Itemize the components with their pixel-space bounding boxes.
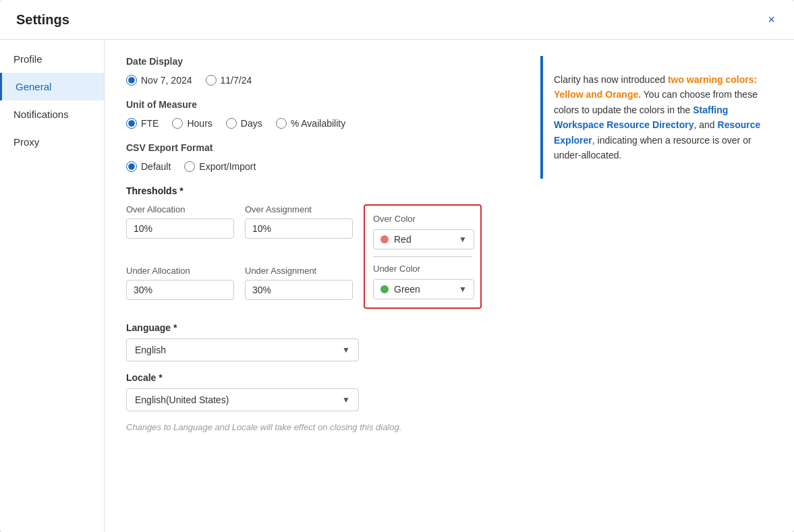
over-color-select-inner: Red <box>380 234 412 245</box>
under-thresholds-row: Under Allocation Under Assignment <box>126 266 353 300</box>
under-assignment-input[interactable] <box>245 280 353 300</box>
over-thresholds-row: Over Allocation Over Assignment <box>126 204 353 239</box>
under-allocation-label: Under Allocation <box>126 266 234 276</box>
date-display-label: Date Display <box>126 56 508 67</box>
under-color-chevron-icon: ▼ <box>459 285 467 294</box>
close-button[interactable]: × <box>765 11 778 28</box>
main-content: Date Display Nov 7, 2024 11/7/24 Unit of… <box>105 40 530 532</box>
uom-radio-hours[interactable] <box>172 118 183 129</box>
date-display-radio-1[interactable] <box>126 75 137 86</box>
sidebar-item-general[interactable]: General <box>0 73 104 100</box>
date-display-group: Nov 7, 2024 11/7/24 <box>126 75 508 86</box>
csv-radio-export-import[interactable] <box>184 161 195 172</box>
uom-fte[interactable]: FTE <box>126 118 159 129</box>
settings-dialog: Settings × Profile General Notifications… <box>0 0 794 532</box>
color-box: Over Color Red ▼ Under Color <box>364 204 482 309</box>
date-display-option-2[interactable]: 11/7/24 <box>206 75 252 86</box>
tooltip-link1-middle: , and <box>694 119 718 130</box>
over-assignment-input[interactable] <box>245 218 353 239</box>
language-dropdown[interactable]: English ▼ <box>126 338 359 361</box>
under-allocation-col: Under Allocation <box>126 266 234 300</box>
over-assignment-col: Over Assignment <box>245 204 353 239</box>
over-allocation-input[interactable] <box>126 218 234 239</box>
language-section: Language * English ▼ <box>126 322 508 361</box>
uom-availability[interactable]: % Availability <box>276 118 345 129</box>
locale-label: Locale * <box>126 372 508 383</box>
uom-radio-fte[interactable] <box>126 118 137 129</box>
tooltip-intro: Clarity has now introduced <box>554 74 668 85</box>
under-allocation-input[interactable] <box>126 280 234 300</box>
over-color-dropdown[interactable]: Red ▼ <box>373 229 474 249</box>
uom-radio-availability[interactable] <box>276 118 287 129</box>
dialog-body: Profile General Notifications Proxy Date… <box>0 40 794 532</box>
under-color-label: Under Color <box>373 264 472 274</box>
sidebar-item-notifications[interactable]: Notifications <box>0 100 104 128</box>
under-color-dropdown[interactable]: Green ▼ <box>373 279 474 299</box>
date-display-radio-2[interactable] <box>206 75 217 86</box>
under-assignment-label: Under Assignment <box>245 266 353 276</box>
locale-dropdown[interactable]: English(United States) ▼ <box>126 388 359 411</box>
csv-export-group: Default Export/Import <box>126 161 508 172</box>
sidebar-item-proxy[interactable]: Proxy <box>0 128 104 156</box>
under-color-select-inner: Green <box>380 284 420 295</box>
csv-export-label: CSV Export Format <box>126 142 508 153</box>
thresholds-label: Thresholds * <box>126 185 508 196</box>
language-chevron-icon: ▼ <box>342 345 350 355</box>
uom-days[interactable]: Days <box>226 118 262 129</box>
locale-chevron-icon: ▼ <box>342 395 350 405</box>
color-divider <box>373 256 472 257</box>
csv-export-import[interactable]: Export/Import <box>184 161 256 172</box>
red-dot-icon <box>380 235 389 243</box>
tooltip-panel: Clarity has now introduced two warning c… <box>540 56 783 179</box>
date-display-option-1[interactable]: Nov 7, 2024 <box>126 75 192 86</box>
sidebar: Profile General Notifications Proxy <box>0 40 105 532</box>
csv-radio-default[interactable] <box>126 161 137 172</box>
sidebar-item-profile[interactable]: Profile <box>0 45 104 73</box>
language-value: English <box>135 345 166 355</box>
unit-of-measure-group: FTE Hours Days % Availability <box>126 118 508 129</box>
over-allocation-col: Over Allocation <box>126 204 234 239</box>
csv-default[interactable]: Default <box>126 161 171 172</box>
under-assignment-col: Under Assignment <box>245 266 353 300</box>
over-color-chevron-icon: ▼ <box>459 235 467 244</box>
language-label: Language * <box>126 322 508 333</box>
over-allocation-label: Over Allocation <box>126 204 234 214</box>
over-color-label: Over Color <box>373 214 472 224</box>
uom-radio-days[interactable] <box>226 118 237 129</box>
dialog-title: Settings <box>16 12 69 28</box>
green-dot-icon <box>380 285 389 293</box>
over-assignment-label: Over Assignment <box>245 204 353 214</box>
dialog-header: Settings × <box>0 0 794 40</box>
locale-value: English(United States) <box>135 394 229 405</box>
locale-section: Locale * English(United States) ▼ <box>126 372 508 411</box>
uom-hours[interactable]: Hours <box>172 118 212 129</box>
unit-of-measure-label: Unit of Measure <box>126 99 508 110</box>
notice-text: Changes to Language and Locale will take… <box>126 422 508 432</box>
thresholds-section: Thresholds * Over Allocation Over Assign… <box>126 185 508 309</box>
